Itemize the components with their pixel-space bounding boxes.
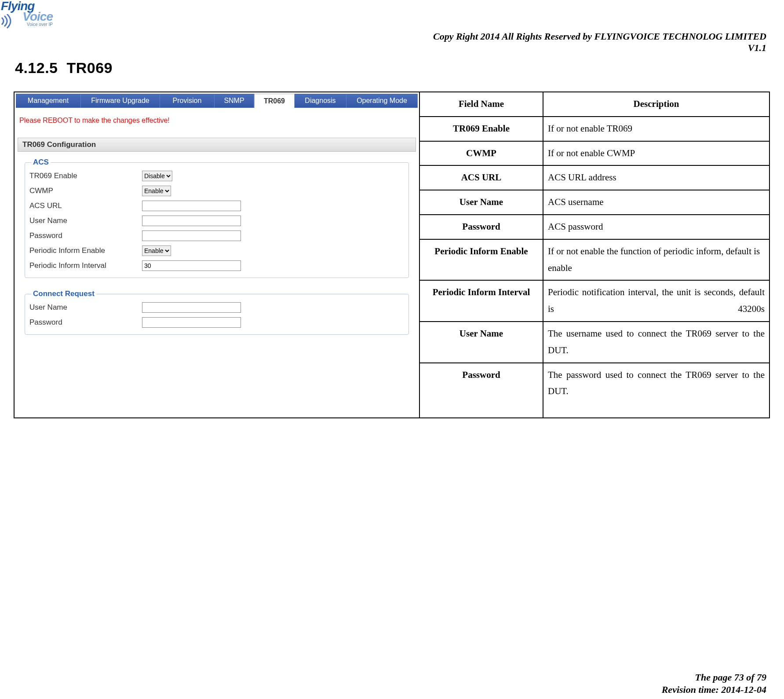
section-title-text: TR069: [66, 59, 113, 76]
doc-footer: The page 73 of 79 Revision time: 2014-12…: [662, 671, 766, 695]
tab-tr069[interactable]: TR069: [254, 94, 295, 108]
input-cr-pass[interactable]: [142, 317, 241, 328]
description-cell: Field Name Description TR069 Enable If o…: [420, 92, 769, 417]
connect-request-fieldset: Connect Request User Name Password: [25, 289, 409, 335]
input-password[interactable]: [142, 231, 241, 241]
tr069-screenshot: Management Firmware Upgrade Provision SN…: [16, 94, 418, 335]
table-row: TR069 Enable If or not enable TR069: [420, 117, 769, 141]
input-user-name[interactable]: [142, 216, 241, 226]
doc-header: Copy Right 2014 All Rights Reserved by F…: [433, 31, 766, 54]
label-acs-url: ACS URL: [28, 201, 142, 210]
cell-field: Password: [420, 215, 543, 239]
label-periodic-interval: Periodic Inform Interval: [28, 261, 142, 270]
cell-desc: The password used to connect the TR069 s…: [543, 363, 769, 418]
row-periodic-interval: Periodic Inform Interval: [28, 258, 406, 273]
select-cwmp[interactable]: Enable: [142, 186, 171, 196]
header-field-name: Field Name: [420, 92, 543, 117]
cell-desc: ACS URL address: [543, 165, 769, 190]
cell-desc: ACS username: [543, 190, 769, 215]
select-tr069-enable[interactable]: Disable: [142, 171, 172, 181]
main-content-row: Management Firmware Upgrade Provision SN…: [14, 91, 770, 418]
row-cwmp: CWMP Enable: [28, 183, 406, 198]
row-acs-url: ACS URL: [28, 198, 406, 213]
label-cr-user: User Name: [28, 303, 142, 312]
table-row: Password ACS password: [420, 215, 769, 239]
table-row: User Name ACS username: [420, 190, 769, 215]
brand-logo: Flying Voice Voice over IP: [1, 1, 53, 27]
footer-revision: Revision time: 2014-12-04: [662, 684, 766, 696]
label-tr069-enable: TR069 Enable: [28, 172, 142, 180]
cell-field: User Name: [420, 190, 543, 215]
tab-management[interactable]: Management: [16, 94, 81, 108]
label-user-name: User Name: [28, 216, 142, 225]
footer-page: The page 73 of 79: [662, 671, 766, 684]
cell-desc: If or not enable the function of periodi…: [543, 239, 769, 281]
row-tr069-enable: TR069 Enable Disable: [28, 168, 406, 183]
input-periodic-interval[interactable]: [142, 260, 241, 271]
label-periodic-enable: Periodic Inform Enable: [28, 246, 142, 255]
tab-diagnosis[interactable]: Diagnosis: [295, 94, 346, 108]
select-periodic-enable[interactable]: Enable: [142, 245, 171, 256]
row-cr-pass: Password: [28, 315, 406, 330]
table-row: Password The password used to connect th…: [420, 363, 769, 418]
config-panel-title: TR069 Configuration: [18, 138, 416, 152]
cell-desc: If or not enable CWMP: [543, 141, 769, 166]
version-text: V1.1: [433, 42, 766, 54]
acs-fieldset: ACS TR069 Enable Disable CWMP Enable ACS…: [25, 158, 409, 278]
table-row: User Name The username used to connect t…: [420, 322, 769, 363]
cell-field: Password: [420, 363, 543, 418]
tab-firmware-upgrade[interactable]: Firmware Upgrade: [81, 94, 160, 108]
section-number: 4.12.5: [15, 59, 58, 76]
cell-field: ACS URL: [420, 165, 543, 190]
field-description-table: Field Name Description TR069 Enable If o…: [420, 92, 769, 417]
table-row: Periodic Inform Enable If or not enable …: [420, 239, 769, 281]
table-header-row: Field Name Description: [420, 92, 769, 117]
label-cwmp: CWMP: [28, 187, 142, 195]
screenshot-cell: Management Firmware Upgrade Provision SN…: [15, 92, 420, 417]
row-periodic-enable: Periodic Inform Enable Enable: [28, 243, 406, 258]
cell-field: Periodic Inform Interval: [420, 280, 543, 322]
cell-desc: ACS password: [543, 215, 769, 239]
logo-wave-icon: [0, 14, 16, 30]
tab-bar: Management Firmware Upgrade Provision SN…: [16, 94, 418, 108]
copyright-text: Copy Right 2014 All Rights Reserved by F…: [433, 31, 766, 42]
input-acs-url[interactable]: [142, 201, 241, 211]
table-row: CWMP If or not enable CWMP: [420, 141, 769, 166]
acs-legend: ACS: [31, 158, 51, 167]
row-cr-user: User Name: [28, 300, 406, 315]
tab-provision[interactable]: Provision: [160, 94, 215, 108]
tab-snmp[interactable]: SNMP: [215, 94, 254, 108]
label-cr-pass: Password: [28, 318, 142, 327]
cell-field: User Name: [420, 322, 543, 363]
header-description: Description: [543, 92, 769, 117]
cell-desc: Periodic notification interval, the unit…: [543, 280, 769, 322]
cell-field: TR069 Enable: [420, 117, 543, 141]
input-cr-user[interactable]: [142, 302, 241, 313]
table-row: ACS URL ACS URL address: [420, 165, 769, 190]
cell-field: Periodic Inform Enable: [420, 239, 543, 281]
reboot-notice: Please REBOOT to make the changes effect…: [16, 108, 418, 138]
row-password: Password: [28, 228, 406, 243]
table-row: Periodic Inform Interval Periodic notifi…: [420, 280, 769, 322]
cell-desc: The username used to connect the TR069 s…: [543, 322, 769, 363]
cell-desc: If or not enable TR069: [543, 117, 769, 141]
label-password: Password: [28, 231, 142, 240]
connect-request-legend: Connect Request: [31, 289, 96, 298]
cell-field: CWMP: [420, 141, 543, 166]
row-user-name: User Name: [28, 213, 406, 228]
tab-operating-mode[interactable]: Operating Mode: [346, 94, 418, 108]
section-heading: 4.12.5 TR069: [15, 59, 113, 77]
